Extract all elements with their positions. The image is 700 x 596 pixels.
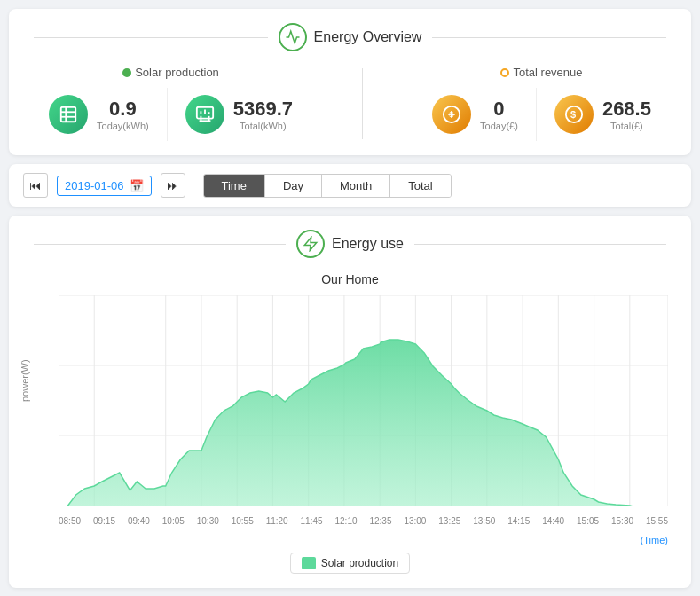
time-unit: (Time)	[23, 535, 677, 545]
revenue-total-values: 268.5 Total(£)	[602, 98, 651, 131]
solar-stats-group: Solar production 0.9 Today(kWh)	[49, 66, 293, 141]
calendar-icon: 📅	[130, 179, 144, 192]
svg-text:$: $	[570, 109, 576, 120]
nav-next-button[interactable]: ⏭	[161, 173, 185, 198]
x-label-6: 11:20	[266, 516, 288, 526]
solar-dot	[122, 68, 131, 77]
legend-label-solar: Solar production	[321, 557, 398, 569]
revenue-today-icon: $	[432, 95, 471, 134]
chart-title: Our Home	[23, 272, 677, 286]
solar-total-values: 5369.7 Total(kWh)	[233, 98, 293, 131]
chart-area: 300 200 100 0	[59, 295, 668, 506]
tab-day[interactable]: Day	[265, 175, 322, 197]
solar-today-number: 0.9	[109, 98, 137, 121]
legend-color-solar	[302, 557, 316, 569]
x-label-16: 15:30	[611, 516, 633, 526]
revenue-total-label: Total(£)	[610, 121, 643, 131]
svg-rect-0	[61, 107, 76, 122]
chart-container: power(W)	[23, 295, 677, 526]
x-label-8: 12:10	[335, 516, 358, 526]
x-label-0: 08:50	[59, 516, 81, 526]
revenue-total-item: $ 268.5 Total(£)	[554, 95, 651, 134]
energy-overview-card: Energy Overview Solar production	[9, 9, 691, 155]
tab-group: Time Day Month Total	[203, 174, 452, 198]
energy-overview-header: Energy Overview	[23, 23, 677, 51]
solar-stats-items: 0.9 Today(kWh)	[49, 88, 293, 141]
solar-total-icon	[185, 95, 224, 134]
revenue-dot	[500, 68, 509, 77]
controls-row: ⏮ 2019-01-06 📅 ⏭ Time Day Month Total	[9, 164, 691, 207]
x-label-4: 10:30	[197, 516, 219, 526]
revenue-today-label: Today(£)	[480, 121, 518, 131]
solar-group-label: Solar production	[122, 66, 219, 79]
solar-total-number: 5369.7	[233, 98, 293, 121]
solar-today-label: Today(kWh)	[97, 121, 149, 131]
x-axis-labels: 08:50 09:15 09:40 10:05 10:30 10:55 11:2…	[59, 516, 668, 526]
x-label-1: 09:15	[93, 516, 115, 526]
revenue-total-icon: $	[554, 95, 594, 134]
revenue-today-number: 0	[493, 98, 504, 121]
chart-card: Energy use Our Home power(W)	[9, 216, 691, 588]
x-label-2: 09:40	[128, 516, 150, 526]
x-label-15: 15:05	[577, 516, 599, 526]
revenue-stats-items: $ 0 Today(£) $	[432, 88, 651, 141]
x-label-11: 13:25	[438, 516, 460, 526]
y-axis-label: power(W)	[20, 359, 30, 402]
revenue-total-number: 268.5	[602, 98, 651, 121]
revenue-stats-group: Total revenue $ 0 Today(£)	[432, 66, 651, 141]
legend-item-solar: Solar production	[290, 553, 410, 574]
date-picker[interactable]: 2019-01-06 📅	[57, 176, 152, 196]
date-value: 2019-01-06	[65, 179, 124, 192]
svg-text:$: $	[449, 110, 453, 119]
x-label-10: 13:00	[404, 516, 426, 526]
tab-total[interactable]: Total	[390, 175, 450, 197]
x-label-3: 10:05	[162, 516, 185, 526]
legend: Solar production	[23, 553, 677, 574]
solar-divider	[167, 88, 168, 141]
x-label-14: 14:40	[542, 516, 564, 526]
tab-month[interactable]: Month	[322, 175, 390, 197]
energy-use-title: Energy use	[332, 236, 404, 252]
revenue-today-item: $ 0 Today(£)	[432, 95, 518, 134]
svg-marker-15	[304, 238, 317, 251]
x-label-5: 10:55	[232, 516, 254, 526]
tab-time[interactable]: Time	[204, 175, 265, 197]
x-label-12: 13:50	[473, 516, 495, 526]
bolt-icon	[296, 230, 325, 258]
revenue-group-label: Total revenue	[500, 66, 582, 79]
solar-today-values: 0.9 Today(kWh)	[97, 98, 149, 131]
overview-title: Energy Overview	[314, 29, 422, 45]
stats-row: Solar production 0.9 Today(kWh)	[23, 66, 677, 141]
energy-use-header: Energy use	[23, 230, 677, 258]
chart-svg: 300 200 100 0	[59, 295, 668, 506]
solar-total-label: Total(kWh)	[240, 121, 287, 131]
x-label-17: 15:55	[646, 516, 668, 526]
x-label-13: 14:15	[507, 516, 530, 526]
solar-total-item: 5369.7 Total(kWh)	[185, 95, 293, 134]
center-divider	[362, 68, 363, 139]
revenue-today-values: 0 Today(£)	[480, 98, 518, 131]
nav-first-button[interactable]: ⏮	[23, 173, 48, 198]
x-label-7: 11:45	[301, 516, 323, 526]
solar-today-item: 0.9 Today(kWh)	[49, 95, 149, 134]
x-label-9: 12:35	[369, 516, 391, 526]
solar-today-icon	[49, 95, 88, 134]
chart-icon	[279, 23, 307, 51]
revenue-divider	[536, 88, 537, 141]
